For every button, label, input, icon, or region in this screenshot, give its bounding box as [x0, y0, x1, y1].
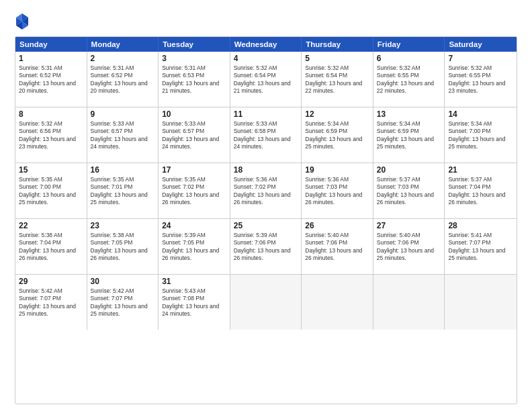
- header-day-saturday: Saturday: [445, 37, 517, 52]
- day-cell-17: 17Sunrise: 5:35 AMSunset: 7:02 PMDayligh…: [159, 163, 230, 218]
- cell-info: Sunrise: 5:34 AMSunset: 6:59 PMDaylight:…: [377, 120, 441, 151]
- cell-info: Sunrise: 5:33 AMSunset: 6:57 PMDaylight:…: [162, 120, 226, 151]
- day-cell-27: 27Sunrise: 5:40 AMSunset: 7:06 PMDayligh…: [373, 219, 445, 274]
- page: SundayMondayTuesdayWednesdayThursdayFrid…: [0, 0, 532, 411]
- cell-info: Sunrise: 5:32 AMSunset: 6:56 PMDaylight:…: [19, 120, 83, 151]
- logo: [15, 12, 32, 31]
- header-day-wednesday: Wednesday: [230, 37, 302, 52]
- cell-info: Sunrise: 5:33 AMSunset: 6:58 PMDaylight:…: [234, 120, 298, 151]
- day-number: 6: [377, 54, 441, 63]
- day-cell-9: 9Sunrise: 5:33 AMSunset: 6:57 PMDaylight…: [87, 107, 159, 163]
- header: [15, 12, 517, 31]
- calendar: SundayMondayTuesdayWednesdayThursdayFrid…: [15, 36, 517, 404]
- cell-info: Sunrise: 5:39 AMSunset: 7:06 PMDaylight:…: [234, 232, 298, 263]
- day-number: 18: [234, 165, 298, 175]
- header-day-thursday: Thursday: [302, 37, 373, 52]
- day-number: 30: [91, 277, 155, 286]
- cell-info: Sunrise: 5:31 AMSunset: 6:52 PMDaylight:…: [19, 64, 83, 95]
- cell-info: Sunrise: 5:38 AMSunset: 7:04 PMDaylight:…: [19, 232, 83, 263]
- day-cell-25: 25Sunrise: 5:39 AMSunset: 7:06 PMDayligh…: [230, 219, 302, 274]
- day-cell-21: 21Sunrise: 5:37 AMSunset: 7:04 PMDayligh…: [445, 163, 517, 218]
- cell-info: Sunrise: 5:36 AMSunset: 7:03 PMDaylight:…: [305, 176, 369, 207]
- cell-info: Sunrise: 5:32 AMSunset: 6:54 PMDaylight:…: [234, 64, 298, 95]
- cell-info: Sunrise: 5:35 AMSunset: 7:00 PMDaylight:…: [19, 176, 83, 207]
- empty-cell: [230, 275, 302, 330]
- day-cell-8: 8Sunrise: 5:32 AMSunset: 6:56 PMDaylight…: [15, 107, 87, 163]
- day-cell-4: 4Sunrise: 5:32 AMSunset: 6:54 PMDaylight…: [230, 52, 302, 107]
- cell-info: Sunrise: 5:32 AMSunset: 6:55 PMDaylight:…: [377, 64, 441, 95]
- empty-cell: [373, 275, 445, 330]
- day-number: 11: [234, 109, 298, 119]
- cell-info: Sunrise: 5:37 AMSunset: 7:04 PMDaylight:…: [448, 176, 513, 207]
- day-number: 4: [234, 54, 298, 63]
- cell-info: Sunrise: 5:34 AMSunset: 7:00 PMDaylight:…: [448, 120, 513, 151]
- cell-info: Sunrise: 5:36 AMSunset: 7:02 PMDaylight:…: [234, 176, 298, 207]
- day-cell-6: 6Sunrise: 5:32 AMSunset: 6:55 PMDaylight…: [373, 52, 445, 107]
- day-cell-18: 18Sunrise: 5:36 AMSunset: 7:02 PMDayligh…: [230, 163, 302, 218]
- day-cell-31: 31Sunrise: 5:43 AMSunset: 7:08 PMDayligh…: [159, 275, 230, 330]
- day-cell-12: 12Sunrise: 5:34 AMSunset: 6:59 PMDayligh…: [302, 107, 373, 163]
- day-number: 2: [91, 54, 155, 63]
- calendar-row-0: 1Sunrise: 5:31 AMSunset: 6:52 PMDaylight…: [15, 52, 517, 107]
- header-day-tuesday: Tuesday: [159, 37, 230, 52]
- day-cell-7: 7Sunrise: 5:32 AMSunset: 6:55 PMDaylight…: [445, 52, 517, 107]
- day-cell-19: 19Sunrise: 5:36 AMSunset: 7:03 PMDayligh…: [302, 163, 373, 218]
- cell-info: Sunrise: 5:37 AMSunset: 7:03 PMDaylight:…: [377, 176, 441, 207]
- cell-info: Sunrise: 5:42 AMSunset: 7:07 PMDaylight:…: [19, 287, 83, 318]
- day-cell-28: 28Sunrise: 5:41 AMSunset: 7:07 PMDayligh…: [445, 219, 517, 274]
- day-number: 5: [305, 54, 369, 63]
- calendar-header: SundayMondayTuesdayWednesdayThursdayFrid…: [15, 37, 517, 52]
- calendar-body: 1Sunrise: 5:31 AMSunset: 6:52 PMDaylight…: [15, 52, 517, 330]
- day-cell-5: 5Sunrise: 5:32 AMSunset: 6:54 PMDaylight…: [302, 52, 373, 107]
- day-cell-13: 13Sunrise: 5:34 AMSunset: 6:59 PMDayligh…: [373, 107, 445, 163]
- day-cell-1: 1Sunrise: 5:31 AMSunset: 6:52 PMDaylight…: [15, 52, 87, 107]
- day-number: 1: [19, 54, 83, 63]
- day-cell-23: 23Sunrise: 5:38 AMSunset: 7:05 PMDayligh…: [87, 219, 159, 274]
- day-cell-3: 3Sunrise: 5:31 AMSunset: 6:53 PMDaylight…: [159, 52, 230, 107]
- day-number: 8: [19, 109, 83, 119]
- calendar-row-1: 8Sunrise: 5:32 AMSunset: 6:56 PMDaylight…: [15, 107, 517, 163]
- day-number: 13: [377, 109, 441, 119]
- day-number: 28: [448, 221, 513, 230]
- empty-cell: [302, 275, 373, 330]
- header-day-sunday: Sunday: [15, 37, 87, 52]
- day-cell-30: 30Sunrise: 5:42 AMSunset: 7:07 PMDayligh…: [87, 275, 159, 330]
- day-number: 24: [162, 221, 226, 230]
- cell-info: Sunrise: 5:38 AMSunset: 7:05 PMDaylight:…: [91, 232, 155, 263]
- cell-info: Sunrise: 5:40 AMSunset: 7:06 PMDaylight:…: [305, 232, 369, 263]
- cell-info: Sunrise: 5:31 AMSunset: 6:53 PMDaylight:…: [162, 64, 226, 95]
- cell-info: Sunrise: 5:33 AMSunset: 6:57 PMDaylight:…: [91, 120, 155, 151]
- day-number: 25: [234, 221, 298, 230]
- day-number: 16: [91, 165, 155, 175]
- day-cell-22: 22Sunrise: 5:38 AMSunset: 7:04 PMDayligh…: [15, 219, 87, 274]
- day-number: 3: [162, 54, 226, 63]
- day-number: 27: [377, 221, 441, 230]
- cell-info: Sunrise: 5:39 AMSunset: 7:05 PMDaylight:…: [162, 232, 226, 263]
- day-cell-24: 24Sunrise: 5:39 AMSunset: 7:05 PMDayligh…: [159, 219, 230, 274]
- day-cell-2: 2Sunrise: 5:31 AMSunset: 6:52 PMDaylight…: [87, 52, 159, 107]
- day-cell-26: 26Sunrise: 5:40 AMSunset: 7:06 PMDayligh…: [302, 219, 373, 274]
- day-number: 26: [305, 221, 369, 230]
- day-number: 7: [448, 54, 513, 63]
- calendar-row-4: 29Sunrise: 5:42 AMSunset: 7:07 PMDayligh…: [15, 275, 517, 330]
- day-number: 10: [162, 109, 226, 119]
- cell-info: Sunrise: 5:43 AMSunset: 7:08 PMDaylight:…: [162, 287, 226, 318]
- header-day-friday: Friday: [373, 37, 445, 52]
- day-number: 22: [19, 221, 83, 230]
- cell-info: Sunrise: 5:32 AMSunset: 6:55 PMDaylight:…: [448, 64, 513, 95]
- cell-info: Sunrise: 5:35 AMSunset: 7:01 PMDaylight:…: [91, 176, 155, 207]
- day-number: 17: [162, 165, 226, 175]
- day-number: 12: [305, 109, 369, 119]
- calendar-row-3: 22Sunrise: 5:38 AMSunset: 7:04 PMDayligh…: [15, 219, 517, 275]
- day-number: 29: [19, 277, 83, 286]
- header-day-monday: Monday: [87, 37, 159, 52]
- day-number: 15: [19, 165, 83, 175]
- day-cell-14: 14Sunrise: 5:34 AMSunset: 7:00 PMDayligh…: [445, 107, 517, 163]
- day-number: 31: [162, 277, 226, 286]
- day-number: 21: [448, 165, 513, 175]
- day-cell-10: 10Sunrise: 5:33 AMSunset: 6:57 PMDayligh…: [159, 107, 230, 163]
- day-number: 20: [377, 165, 441, 175]
- cell-info: Sunrise: 5:34 AMSunset: 6:59 PMDaylight:…: [305, 120, 369, 151]
- day-cell-16: 16Sunrise: 5:35 AMSunset: 7:01 PMDayligh…: [87, 163, 159, 218]
- cell-info: Sunrise: 5:41 AMSunset: 7:07 PMDaylight:…: [448, 232, 513, 263]
